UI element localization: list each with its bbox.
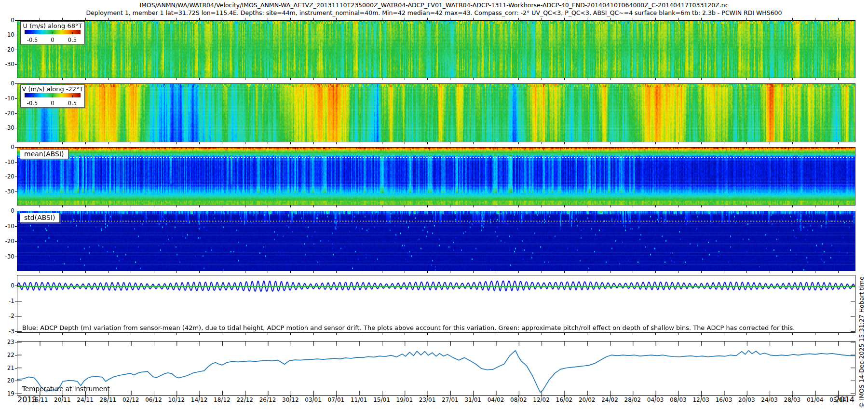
mean-absi-heatmap bbox=[17, 147, 855, 205]
y-tick-label: 0 bbox=[0, 282, 14, 289]
x-tick-mark bbox=[770, 142, 770, 144]
x-tick-mark bbox=[222, 333, 222, 335]
x-tick-mark bbox=[131, 205, 131, 207]
y-tick-mark bbox=[15, 355, 17, 355]
y-tick-label: -30 bbox=[0, 61, 14, 68]
x-tick-mark bbox=[838, 396, 839, 397]
x-tick-mark bbox=[336, 333, 337, 335]
x-tick-mark bbox=[746, 78, 747, 80]
x-tick-mark bbox=[359, 18, 359, 20]
x-tick-mark bbox=[290, 18, 291, 20]
x-tick-mark bbox=[610, 396, 610, 397]
x-tick-mark bbox=[199, 205, 200, 207]
y-tick-label: -1 bbox=[0, 298, 14, 304]
x-tick-mark bbox=[724, 205, 724, 207]
x-tick-mark bbox=[518, 333, 519, 335]
x-tick-mark bbox=[62, 142, 63, 144]
y-tick-mark bbox=[15, 368, 17, 369]
x-tick-mark bbox=[724, 18, 724, 20]
x-tick-mark bbox=[40, 396, 40, 397]
y-tick-mark bbox=[15, 342, 17, 342]
x-tick-mark bbox=[222, 142, 222, 144]
y-tick-mark bbox=[15, 331, 17, 332]
x-tick-mark bbox=[770, 18, 770, 20]
x-tick-mark bbox=[542, 142, 542, 144]
x-tick-label: 16/02 bbox=[556, 396, 573, 403]
x-tick-mark bbox=[154, 18, 154, 20]
x-tick-label: 28/03 bbox=[784, 396, 801, 403]
x-tick-mark bbox=[108, 271, 108, 273]
x-tick-mark bbox=[359, 142, 359, 144]
x-tick-mark bbox=[40, 205, 40, 207]
x-tick-mark bbox=[131, 18, 131, 20]
y-tick-label: -20 bbox=[0, 238, 14, 245]
y-tick-label: -30 bbox=[0, 188, 14, 195]
x-tick-mark bbox=[108, 396, 108, 397]
x-tick-mark bbox=[268, 333, 268, 335]
x-tick-mark bbox=[815, 18, 815, 20]
x-tick-mark bbox=[290, 142, 291, 144]
temperature-plot bbox=[17, 341, 855, 396]
x-tick-label: 01/04 bbox=[807, 396, 824, 403]
x-tick-mark bbox=[336, 396, 337, 397]
x-tick-mark bbox=[313, 271, 314, 273]
x-tick-mark bbox=[792, 396, 793, 397]
x-tick-mark bbox=[473, 396, 474, 397]
x-tick-mark bbox=[85, 78, 86, 80]
x-tick-mark bbox=[199, 271, 200, 273]
x-tick-mark bbox=[382, 271, 382, 273]
x-tick-mark bbox=[724, 78, 724, 80]
x-tick-mark bbox=[564, 18, 565, 20]
x-tick-label: 15/01 bbox=[373, 396, 390, 403]
x-tick-mark bbox=[746, 142, 747, 144]
x-tick-label: 11/01 bbox=[351, 396, 367, 403]
x-tick-mark bbox=[542, 271, 542, 273]
x-tick-mark bbox=[382, 78, 382, 80]
y-tick-label: 22 bbox=[0, 352, 14, 358]
x-tick-mark bbox=[564, 271, 565, 273]
x-tick-mark bbox=[176, 142, 177, 144]
x-tick-mark bbox=[587, 271, 587, 273]
y-tick-label: -30 bbox=[0, 253, 14, 260]
x-tick-label: 27/01 bbox=[442, 396, 459, 403]
x-tick-mark bbox=[724, 271, 724, 273]
x-tick-mark bbox=[701, 271, 702, 273]
x-tick-mark bbox=[815, 333, 815, 335]
x-tick-mark bbox=[108, 142, 108, 144]
y-tick-label: -20 bbox=[0, 110, 14, 117]
x-tick-mark bbox=[313, 78, 314, 80]
x-tick-label: 16/03 bbox=[716, 396, 732, 403]
y-tick-mark bbox=[15, 211, 17, 211]
x-tick-mark bbox=[108, 78, 108, 80]
x-tick-mark bbox=[222, 18, 222, 20]
x-tick-mark bbox=[838, 205, 839, 207]
x-tick-mark bbox=[313, 396, 314, 397]
x-tick-mark bbox=[473, 78, 474, 80]
x-tick-mark bbox=[245, 333, 245, 335]
x-tick-mark bbox=[655, 205, 656, 207]
u-colorbar bbox=[25, 30, 81, 34]
x-tick-mark bbox=[450, 396, 450, 397]
x-tick-mark bbox=[154, 271, 154, 273]
x-tick-mark bbox=[473, 333, 474, 335]
x-tick-mark bbox=[770, 271, 770, 273]
x-tick-mark bbox=[792, 271, 793, 273]
y-tick-label: -10 bbox=[0, 95, 14, 102]
x-tick-mark bbox=[701, 18, 702, 20]
x-tick-mark bbox=[268, 271, 268, 273]
x-tick-mark bbox=[62, 78, 63, 80]
temperature-label: Temperature at instrument bbox=[22, 385, 110, 393]
y-tick-label: -20 bbox=[0, 46, 14, 53]
x-tick-mark bbox=[222, 396, 222, 397]
x-tick-mark bbox=[724, 396, 724, 397]
y-tick-mark bbox=[15, 316, 17, 316]
x-tick-mark bbox=[313, 18, 314, 20]
x-tick-mark bbox=[176, 78, 177, 80]
y-tick-label: 21 bbox=[0, 365, 14, 371]
x-tick-mark bbox=[633, 78, 633, 80]
x-tick-mark bbox=[62, 396, 63, 397]
x-tick-mark bbox=[359, 205, 359, 207]
u-colorbar-tick: -0.5 bbox=[27, 37, 38, 43]
x-tick-mark bbox=[610, 142, 610, 144]
x-tick-label: 22/12 bbox=[236, 396, 253, 403]
